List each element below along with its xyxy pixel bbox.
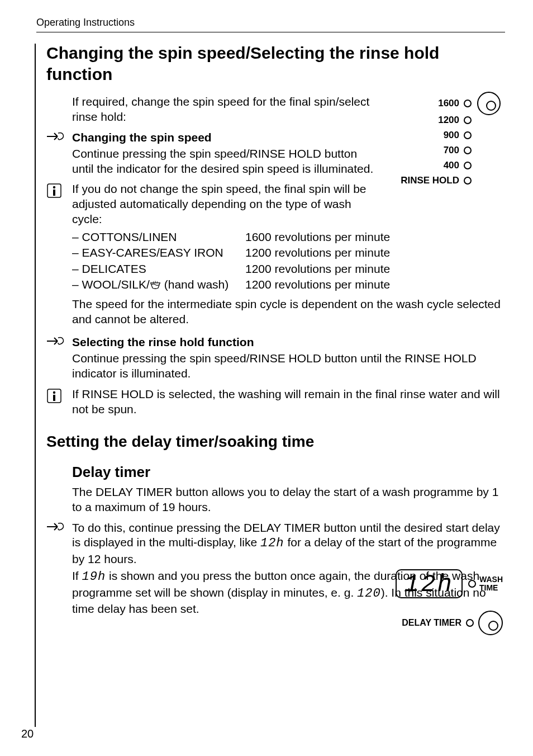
seg-19h-inline: 19h [82,570,106,584]
pointer-icon [46,522,64,532]
seg-12h-inline: 12h [260,536,284,550]
cycle-rpm: 1600 revolutions per minute [245,229,390,245]
cycle-name: – EASY-CARES/EASY IRON [72,245,245,261]
indicator-icon [464,116,472,124]
pointer-icon [46,336,64,346]
speed-label: 1200 [438,115,459,126]
delay-timer-button-label: DELAY TIMER [402,618,461,628]
delay-timer-button-icon [478,611,503,635]
svg-point-1 [53,186,55,188]
frame-left-rule [35,44,36,727]
spin-knob-icon [477,92,501,115]
indicator-icon [466,619,474,627]
wash-time-label: WASH TIME [479,575,503,592]
multi-display: 12h [396,569,463,598]
svg-rect-5 [53,395,55,401]
intermediate-text: The speed for the intermediate spin cycl… [72,297,505,327]
indicator-icon [464,131,472,139]
indicator-icon [464,177,472,185]
cycle-table: – COTTONS/LINEN – EASY-CARES/EASY IRON –… [72,229,505,292]
speed-label: 700 [444,145,459,156]
speed-label: 400 [444,160,459,171]
section-heading-spin: Changing the spin speed/Selecting the ri… [46,42,505,84]
delay-instructions: To do this, continue pressing the DELAY … [72,521,505,567]
svg-point-4 [53,391,55,394]
cycle-name: – DELICATES [72,261,245,277]
display-value: 12h [404,572,454,597]
header-line: Operating Instructions [36,17,505,29]
info-icon [46,183,62,199]
cycle-rpm: 1200 revolutions per minute [245,261,390,277]
rinse-hold-label: RINSE HOLD [401,175,459,186]
indicator-icon [468,580,476,588]
indicator-icon [464,147,472,154]
cycle-rpm: 1200 revolutions per minute [245,277,390,292]
speed-label: 1600 [438,98,459,109]
seg-120-inline: 120 [357,587,381,601]
page-number: 20 [21,727,34,740]
cycle-name-handwash: – WOOL/SILK/ (hand wash) [72,277,245,292]
rinse-hold-text: Continue pressing the spin speed/RINSE H… [72,351,505,381]
rinse-hold-title: Selecting the rinse hold function [72,335,505,350]
change-speed-text: Continue pressing the spin speed/RINSE H… [72,147,374,177]
delay-timer-panel: 12h WASH TIME DELAY TIMER [396,569,503,635]
info-icon [46,388,62,404]
pointer-icon [46,131,64,141]
header-rule [36,32,505,32]
delay-para1: The DELAY TIMER button allows you to del… [72,485,505,515]
section-heading-delay: Setting the delay timer/soaking time [46,433,505,451]
spin-speed-panel: 1600 1200 900 700 400 RINSE HOLD [401,92,501,190]
info-rinse-text: If RINSE HOLD is selected, the washing w… [72,387,505,417]
indicator-icon [464,162,472,169]
handwash-icon [150,281,161,290]
speed-label: 900 [444,130,459,141]
svg-rect-2 [53,190,55,196]
indicator-icon [464,100,472,107]
cycle-name: – COTTONS/LINEN [72,229,245,245]
delay-timer-heading: Delay timer [72,463,505,481]
intro-text: If required, change the spin speed for t… [72,94,374,125]
info-spin-text: If you do not change the spin speed, the… [72,182,374,227]
cycle-rpm: 1200 revolutions per minute [245,245,390,261]
